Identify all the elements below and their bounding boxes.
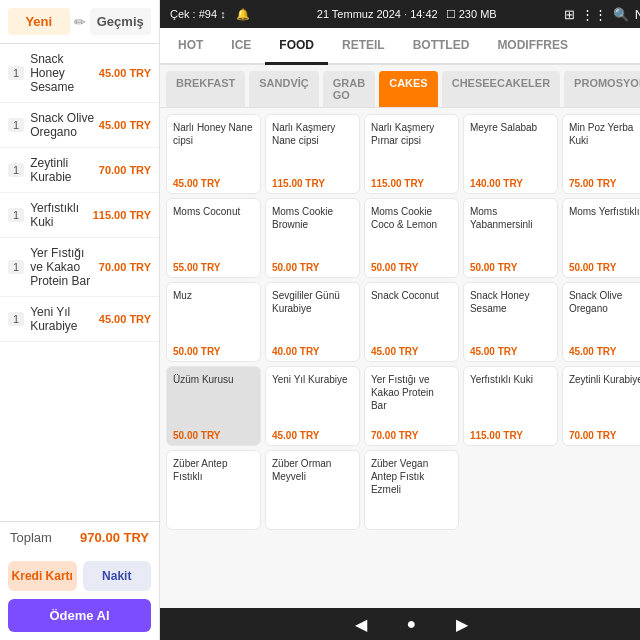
product-price: 40.00 TRY (272, 346, 353, 357)
product-price: 50.00 TRY (272, 262, 353, 273)
product-card[interactable]: Sevgililer Günü Kurabiye 40.00 TRY (265, 282, 360, 362)
product-price: 70.00 TRY (371, 430, 452, 441)
sidebar-item[interactable]: 1 Snack Honey Sesame 45.00 TRY (0, 44, 159, 103)
product-card[interactable]: Zeytinli Kurabiye 70.00 TRY (562, 366, 640, 446)
category-tab-modiffres[interactable]: MODIFFRES (483, 28, 582, 65)
product-card[interactable]: Snack Olive Oregano 45.00 TRY (562, 282, 640, 362)
product-name: Snack Coconut (371, 289, 452, 342)
product-card[interactable]: Muz 50.00 TRY (166, 282, 261, 362)
product-price: 50.00 TRY (173, 346, 254, 357)
product-card[interactable]: Narlı Kaşmery Nane cipsi 115.00 TRY (265, 114, 360, 194)
sidebar-item[interactable]: 1 Snack Olive Oregano 45.00 TRY (0, 103, 159, 148)
sidebar-item[interactable]: 1 Yeni Yıl Kurabiye 45.00 TRY (0, 297, 159, 342)
product-card[interactable]: Moms Yerfıstıklı 50.00 TRY (562, 198, 640, 278)
item-qty: 1 (8, 118, 24, 132)
pay-button[interactable]: Ödeme Al (8, 599, 151, 632)
item-name: Snack Olive Oregano (30, 111, 99, 139)
product-price: 45.00 TRY (470, 346, 551, 357)
product-card[interactable]: Züber Vegan Antep Fıstık Ezmeli (364, 450, 459, 530)
topbar-right: ⊞⋮⋮🔍NY (564, 7, 640, 22)
item-qty: 1 (8, 312, 24, 326)
topbar-icon[interactable]: NY (635, 7, 640, 22)
sub-tab-brekfast[interactable]: BREKFAST (166, 71, 245, 107)
product-card[interactable]: Min Poz Yerba Kuki 75.00 TRY (562, 114, 640, 194)
product-card[interactable]: Moms Cookie Coco & Lemon 50.00 TRY (364, 198, 459, 278)
sub-tab-promosyon[interactable]: PROMOSYON (564, 71, 640, 107)
product-name: Yerfıstıklı Kuki (470, 373, 551, 426)
sub-tab-grab-go[interactable]: GRAB GO (323, 71, 375, 107)
sub-tab-cheseecakeler[interactable]: CHESEECAKELER (442, 71, 560, 107)
item-price: 115.00 TRY (93, 209, 151, 221)
product-card[interactable]: Züber Orman Meyveli (265, 450, 360, 530)
product-price: 115.00 TRY (470, 430, 551, 441)
product-card[interactable]: Moms Cookie Brownie 50.00 TRY (265, 198, 360, 278)
history-button[interactable]: Geçmiş (90, 8, 152, 35)
item-price: 45.00 TRY (99, 119, 151, 131)
sub-tab-cakes[interactable]: CAKES (379, 71, 438, 107)
product-name: Züber Antep Fıstıklı (173, 457, 254, 525)
topbar-icon[interactable]: ⊞ (564, 7, 575, 22)
edit-icon[interactable]: ✏ (74, 14, 86, 30)
sidebar-total: Toplam 970.00 TRY (0, 521, 159, 553)
nav-icon[interactable]: ◀ (355, 615, 367, 634)
product-name: Üzüm Kurusu (173, 373, 254, 426)
battery-label: ☐ 230 MB (446, 8, 497, 21)
main: Çek : #94 ↕ 🔔 21 Temmuz 2024 · 14:42 ☐ 2… (160, 0, 640, 640)
sidebar-actions: Kredi Kartı Nakit (0, 553, 159, 599)
category-tab-food[interactable]: FOOD (265, 28, 328, 65)
category-tab-bottled[interactable]: BOTTLED (399, 28, 484, 65)
product-card[interactable]: Snack Honey Sesame 45.00 TRY (463, 282, 558, 362)
product-price: 140.00 TRY (470, 178, 551, 189)
check-label: Çek : #94 ↕ (170, 8, 226, 20)
topbar-icon[interactable]: ⋮⋮ (581, 7, 607, 22)
product-price: 75.00 TRY (569, 178, 640, 189)
product-name: Narlı Kaşmery Pırnar cipsi (371, 121, 452, 174)
sidebar-header: Yeni ✏ Geçmiş (0, 0, 159, 44)
item-name: Snack Honey Sesame (30, 52, 99, 94)
product-card[interactable]: Narlı Honey Nane cipsi 45.00 TRY (166, 114, 261, 194)
product-name: Yeni Yıl Kurabiye (272, 373, 353, 426)
product-card[interactable]: Narlı Kaşmery Pırnar cipsi 115.00 TRY (364, 114, 459, 194)
item-qty: 1 (8, 163, 24, 177)
product-card[interactable]: Üzüm Kurusu 50.00 TRY (166, 366, 261, 446)
product-name: Züber Vegan Antep Fıstık Ezmeli (371, 457, 452, 525)
product-card[interactable]: Snack Coconut 45.00 TRY (364, 282, 459, 362)
product-name: Moms Cookie Coco & Lemon (371, 205, 452, 258)
sidebar-item[interactable]: 1 Yerfıstıklı Kuki 115.00 TRY (0, 193, 159, 238)
total-price: 970.00 TRY (80, 530, 149, 545)
product-price: 45.00 TRY (272, 430, 353, 441)
product-name: Yer Fıstığı ve Kakao Protein Bar (371, 373, 452, 426)
product-price: 45.00 TRY (371, 346, 452, 357)
new-button[interactable]: Yeni (8, 8, 70, 35)
product-card[interactable]: Züber Antep Fıstıklı (166, 450, 261, 530)
product-card[interactable]: Meyre Salabab 140.00 TRY (463, 114, 558, 194)
product-card[interactable]: Yerfıstıklı Kuki 115.00 TRY (463, 366, 558, 446)
product-card[interactable]: Yeni Yıl Kurabiye 45.00 TRY (265, 366, 360, 446)
product-price: 50.00 TRY (371, 262, 452, 273)
sidebar-item[interactable]: 1 Zeytinli Kurabie 70.00 TRY (0, 148, 159, 193)
total-label: Toplam (10, 530, 52, 545)
notification-icon[interactable]: 🔔 (236, 8, 250, 21)
product-price: 45.00 TRY (173, 178, 254, 189)
card-button[interactable]: Kredi Kartı (8, 561, 77, 591)
product-name: Züber Orman Meyveli (272, 457, 353, 525)
product-name: Moms Cookie Brownie (272, 205, 353, 258)
sub-tabs: BREKFASTSANDVİÇGRAB GOCAKESCHESEECAKELER… (160, 65, 640, 108)
product-name: Snack Olive Oregano (569, 289, 640, 342)
category-tab-reteil[interactable]: RETEIL (328, 28, 399, 65)
product-card[interactable]: Moms Yabanmersinli 50.00 TRY (463, 198, 558, 278)
product-card[interactable]: Moms Coconut 55.00 TRY (166, 198, 261, 278)
sidebar-item[interactable]: 1 Yer Fıstığı ve Kakao Protein Bar 70.00… (0, 238, 159, 297)
product-card[interactable]: Yer Fıstığı ve Kakao Protein Bar 70.00 T… (364, 366, 459, 446)
product-price: 55.00 TRY (173, 262, 254, 273)
nav-icon[interactable]: ● (407, 615, 417, 633)
item-name: Zeytinli Kurabie (30, 156, 99, 184)
cash-button[interactable]: Nakit (83, 561, 152, 591)
category-tab-ice[interactable]: ICE (217, 28, 265, 65)
nav-icon[interactable]: ▶ (456, 615, 468, 634)
sidebar: Yeni ✏ Geçmiş 1 Snack Honey Sesame 45.00… (0, 0, 160, 640)
category-tab-hot[interactable]: HOT (164, 28, 217, 65)
product-name: Muz (173, 289, 254, 342)
topbar-icon[interactable]: 🔍 (613, 7, 629, 22)
sub-tab-sandvi̇ç[interactable]: SANDVİÇ (249, 71, 319, 107)
